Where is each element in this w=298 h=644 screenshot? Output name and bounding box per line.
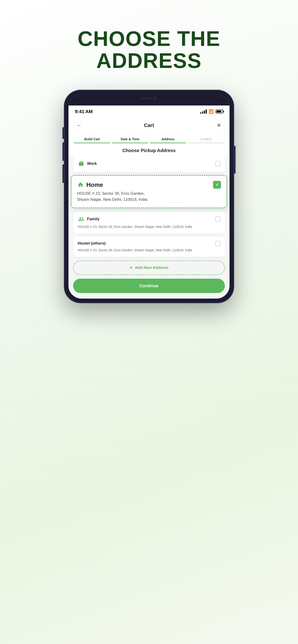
- family-checkbox[interactable]: [215, 216, 220, 222]
- side-button-vol-down: [63, 164, 64, 183]
- camera-dot: [153, 97, 156, 100]
- side-button-vol-up: [63, 142, 64, 161]
- page-title: CHOOSE THE ADDRESS: [78, 28, 220, 72]
- address-card-work-header: Work: [78, 160, 220, 167]
- work-icon: [78, 160, 85, 167]
- tab-underline-confirm: [188, 142, 224, 143]
- work-label-row: Work: [78, 160, 97, 167]
- status-time: 9:41 AM: [75, 109, 93, 114]
- battery-icon: [216, 110, 223, 113]
- tab-underline-address: [150, 142, 186, 143]
- section-heading: Choose Pickup Address: [69, 143, 229, 156]
- work-label: Work: [87, 161, 97, 166]
- address-card-family[interactable]: Family HOUSE # 23, Sector 39, Eros Garde…: [73, 212, 225, 234]
- hostel-checkbox[interactable]: [215, 241, 220, 246]
- signal-icon: [200, 110, 207, 114]
- header-title: Cart: [144, 122, 154, 128]
- status-icons: 📶: [200, 109, 223, 114]
- hostel-label-row: Hostel (others): [78, 241, 106, 246]
- phone-frame: 9:41 AM 📶 ← Cart ✕: [64, 90, 234, 303]
- phone-notch: [69, 94, 229, 106]
- address-card-work[interactable]: Work: [73, 156, 225, 172]
- family-card-header: Family: [78, 216, 220, 222]
- tab-build-cart[interactable]: Build Cart: [74, 137, 110, 143]
- tab-underline-build-cart: [74, 142, 110, 143]
- side-button-power: [234, 146, 235, 174]
- notch-cutout: [130, 94, 168, 103]
- close-icon: ✕: [217, 122, 221, 128]
- back-button[interactable]: ←: [75, 121, 83, 130]
- address-card-hostel[interactable]: Hostel (others) HOUSE # 23, Sector 39, E…: [73, 237, 225, 257]
- side-button-mute: [63, 127, 64, 139]
- back-arrow-icon: ←: [77, 122, 82, 128]
- hostel-card-header: Hostel (others): [78, 241, 220, 246]
- home-label: Home: [86, 181, 103, 188]
- continue-button[interactable]: Continue: [73, 279, 225, 293]
- home-address: HOUSE # 23, Sector 39, Eros Garden, Shya…: [77, 190, 221, 202]
- home-checkbox-checked[interactable]: ✓: [213, 181, 221, 189]
- continue-label: Continue: [139, 283, 159, 288]
- phone-screen: 9:41 AM 📶 ← Cart ✕: [69, 94, 229, 298]
- close-button[interactable]: ✕: [215, 121, 223, 130]
- home-icon: [77, 181, 84, 188]
- wifi-icon: 📶: [209, 109, 214, 114]
- family-label-row: Family: [78, 216, 100, 222]
- address-list: Work Home ✓: [69, 156, 229, 257]
- home-card-header: Home ✓: [77, 181, 221, 189]
- status-bar: 9:41 AM 📶: [69, 106, 229, 118]
- work-checkbox[interactable]: [215, 161, 220, 166]
- hostel-address: HOUSE # 23, Sector 39, Eros Garden, Shya…: [78, 248, 220, 253]
- home-label-row: Home: [77, 181, 103, 188]
- tab-address[interactable]: Address: [150, 137, 186, 143]
- progress-tabs: Build Cart Date & Time Address Confirm: [69, 134, 229, 143]
- add-address-button[interactable]: + Add New Address: [73, 260, 225, 275]
- tab-confirm[interactable]: Confirm: [188, 137, 224, 143]
- plus-icon: +: [130, 265, 133, 271]
- tab-date-time[interactable]: Date & Time: [112, 137, 148, 143]
- family-label: Family: [87, 217, 100, 222]
- tab-underline-date-time: [112, 142, 148, 143]
- hostel-label: Hostel (others): [78, 241, 106, 246]
- address-card-home-highlighted[interactable]: Home ✓ HOUSE # 23, Sector 39, Eros Garde…: [71, 175, 227, 208]
- family-icon: [78, 216, 85, 222]
- family-address: HOUSE # 23, Sector 39, Eros Garden, Shya…: [78, 224, 220, 229]
- add-address-label: Add New Address: [135, 266, 168, 270]
- app-header: ← Cart ✕: [69, 118, 229, 134]
